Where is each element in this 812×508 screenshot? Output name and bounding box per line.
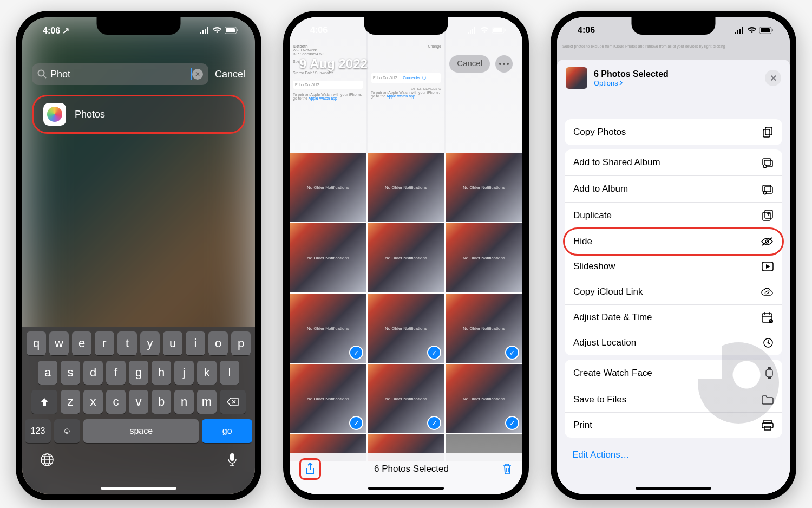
svg-line-30: [762, 238, 772, 245]
key-r[interactable]: r: [95, 331, 114, 355]
key-t[interactable]: t: [117, 331, 137, 355]
photo-thumb[interactable]: No Older Notifications✓: [290, 294, 366, 363]
key-b[interactable]: b: [152, 390, 171, 414]
action-copy-photos[interactable]: Copy Photos: [565, 119, 782, 145]
key-o[interactable]: o: [208, 331, 228, 355]
mic-icon[interactable]: [227, 453, 237, 467]
action-duplicate[interactable]: Duplicate: [565, 203, 782, 229]
selection-check-icon: ✓: [427, 416, 441, 430]
battery-icon: [225, 27, 239, 34]
key-n[interactable]: n: [174, 390, 194, 414]
key-y[interactable]: y: [140, 331, 160, 355]
key-q[interactable]: q: [27, 331, 46, 355]
phone-1-spotlight: 4:06 ↗ Phot ✕ Cancel Photos: [16, 11, 261, 500]
phone-2-photos-grid: luetoothWi-Fi NetworkBIP Speednet4 5GSpe…: [283, 11, 529, 500]
selection-check-icon: ✓: [349, 416, 363, 430]
key-l[interactable]: l: [220, 361, 239, 385]
search-result-photos[interactable]: Photos: [32, 95, 245, 134]
photo-thumb[interactable]: No Older Notifications: [290, 223, 366, 292]
key-i[interactable]: i: [186, 331, 205, 355]
action-add-to-album[interactable]: Add to Album: [565, 176, 782, 203]
svg-point-13: [503, 63, 505, 65]
shift-key[interactable]: [31, 390, 57, 414]
home-indicator[interactable]: [636, 487, 711, 490]
photo-thumb[interactable]: No Older Notifications: [290, 153, 366, 222]
cancel-button[interactable]: Cancel: [449, 55, 490, 73]
svg-rect-11: [505, 29, 506, 31]
selection-check-icon: ✓: [505, 416, 519, 430]
album-icon: [762, 183, 774, 195]
key-u[interactable]: u: [163, 331, 182, 355]
action-add-to-shared-album[interactable]: Add to Shared Album: [565, 149, 782, 176]
keyboard[interactable]: qwertyuiop asdfghjkl zxcvbnm 123 ☺ space…: [22, 327, 255, 494]
cellular-icon: [735, 27, 744, 34]
key-a[interactable]: a: [38, 361, 57, 385]
home-indicator[interactable]: [101, 487, 176, 490]
share-button[interactable]: [299, 458, 321, 480]
more-button[interactable]: [495, 55, 513, 73]
svg-rect-1: [226, 28, 235, 32]
globe-icon[interactable]: [40, 453, 54, 467]
photo-thumb[interactable]: No Older Notifications: [446, 223, 522, 292]
key-f[interactable]: f: [106, 361, 126, 385]
action-adjust-date-time[interactable]: Adjust Date & Time: [565, 305, 782, 330]
spotlight-search-field[interactable]: Phot ✕: [32, 63, 208, 85]
hide-icon: [761, 237, 774, 246]
key-g[interactable]: g: [129, 361, 148, 385]
photo-thumb[interactable]: No Older Notifications✓: [446, 294, 522, 363]
print-icon: [762, 420, 774, 431]
edit-actions-button[interactable]: Edit Actions…: [557, 442, 790, 468]
svg-rect-16: [761, 28, 770, 32]
action-copy-icloud-link[interactable]: Copy iCloud Link: [565, 279, 782, 305]
home-indicator[interactable]: [368, 487, 444, 490]
key-w[interactable]: w: [49, 331, 69, 355]
key-c[interactable]: c: [106, 390, 126, 414]
photo-thumb[interactable]: No Older Notifications✓: [368, 294, 444, 363]
action-label: Hide: [573, 236, 592, 247]
svg-point-14: [507, 63, 509, 65]
photo-thumb[interactable]: No Older Notifications: [368, 223, 444, 292]
action-label: Save to Files: [573, 394, 626, 405]
numbers-key[interactable]: 123: [25, 419, 51, 443]
key-k[interactable]: k: [197, 361, 217, 385]
go-key[interactable]: go: [202, 419, 252, 443]
key-s[interactable]: s: [61, 361, 80, 385]
wifi-icon: [212, 27, 222, 34]
close-button[interactable]: ✕: [765, 70, 781, 86]
play-icon: [762, 262, 774, 271]
photo-thumb[interactable]: No Older Notifications: [446, 153, 522, 222]
key-v[interactable]: v: [129, 390, 148, 414]
emoji-key[interactable]: ☺: [54, 419, 80, 443]
svg-rect-10: [493, 28, 502, 32]
action-hide[interactable]: Hide: [563, 227, 784, 256]
share-sheet: 6 Photos Selected Options ✕ Copy Photos …: [557, 60, 790, 494]
key-p[interactable]: p: [231, 331, 251, 355]
cancel-button[interactable]: Cancel: [215, 69, 245, 80]
clear-text-button[interactable]: ✕: [192, 69, 203, 80]
photo-thumb[interactable]: No Older Notifications✓: [446, 364, 522, 433]
phone-3-share-sheet: Select photos to exclude from iCloud Pho…: [551, 11, 796, 500]
notch: [632, 17, 716, 35]
photo-thumb[interactable]: No Older Notifications✓: [368, 364, 444, 433]
svg-rect-17: [772, 29, 773, 31]
key-e[interactable]: e: [72, 331, 91, 355]
key-d[interactable]: d: [83, 361, 103, 385]
search-input-text: Phot: [50, 69, 192, 80]
backspace-key[interactable]: [220, 390, 246, 414]
key-m[interactable]: m: [197, 390, 217, 414]
photo-thumb[interactable]: No Older Notifications: [368, 153, 444, 222]
space-key[interactable]: space: [83, 419, 199, 443]
photo-thumb[interactable]: No Older Notifications✓: [290, 364, 366, 433]
trash-button[interactable]: [502, 463, 513, 476]
notch: [364, 17, 448, 35]
action-slideshow[interactable]: Slideshow: [565, 254, 782, 279]
key-j[interactable]: j: [174, 361, 194, 385]
options-button[interactable]: Options: [594, 79, 758, 87]
key-z[interactable]: z: [61, 390, 80, 414]
notch: [97, 17, 181, 35]
key-h[interactable]: h: [152, 361, 171, 385]
action-label: Adjust Location: [573, 337, 636, 348]
svg-rect-8: [230, 453, 234, 461]
photos-app-icon: [43, 103, 66, 126]
key-x[interactable]: x: [83, 390, 103, 414]
